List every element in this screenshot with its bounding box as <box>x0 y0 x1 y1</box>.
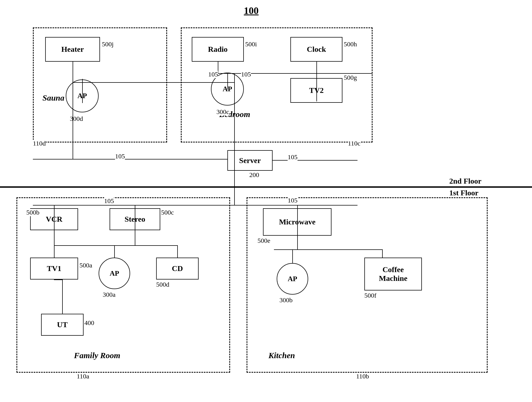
bedroom-id: 110c <box>348 140 361 147</box>
line-kitchen-right-h <box>297 249 382 250</box>
diagram-title: 100 <box>244 5 259 16</box>
label-105-left: 105 <box>115 153 125 160</box>
coffee-machine-box: Coffee Machine <box>364 258 422 290</box>
line-tv2-down <box>316 78 317 101</box>
floor-1st-label: 1st Floor <box>449 189 479 197</box>
coffee-machine-id: 500f <box>364 292 376 299</box>
label-105-1st-right: 105 <box>288 197 298 204</box>
line-micro-v <box>297 236 298 249</box>
clock-id: 500h <box>344 41 357 48</box>
line-2nd-floor-left <box>33 159 227 159</box>
radio-id: 500i <box>245 41 257 48</box>
vcr-id: 500b <box>26 209 39 216</box>
ut-id: 400 <box>84 319 94 327</box>
line-heater-v <box>73 62 73 82</box>
ap-300a-id: 300a <box>103 291 116 298</box>
ap-300d-id: 300d <box>70 115 83 122</box>
line-stereo-from-h <box>135 205 135 232</box>
line-clock-v <box>316 62 317 73</box>
microwave-id: 500e <box>258 237 270 244</box>
line-1st-floor-right-h <box>234 205 357 206</box>
tv1-id: 500a <box>79 262 92 269</box>
cd-box: CD <box>156 258 199 280</box>
line-vcr-down-from-h <box>54 205 55 232</box>
line-tv2-up <box>316 73 317 79</box>
line-ap300c-v <box>227 73 228 90</box>
ap-300a: AP <box>99 258 130 289</box>
line-ap300b-v <box>292 249 293 263</box>
line-family-top-h <box>54 245 135 246</box>
heater-box: Heater <box>45 37 100 62</box>
line-stereo-v <box>135 230 135 245</box>
line-micro-from-top <box>297 205 298 236</box>
family-room-label: Family Room <box>74 351 120 360</box>
server-id: 200 <box>249 171 259 179</box>
label-105-1st-left: 105 <box>104 197 114 205</box>
ap-300b-id: 300b <box>279 296 293 304</box>
ap-300c-id: 300c <box>216 108 229 116</box>
radio-box: Radio <box>192 37 244 62</box>
line-2nd-left-h <box>73 82 234 83</box>
stereo-id: 500c <box>161 209 174 216</box>
sauna-id: 110d <box>33 140 46 147</box>
line-ut-h <box>54 280 62 280</box>
cd-id: 500d <box>156 281 169 288</box>
line-family-top-h2 <box>135 245 177 246</box>
diagram: 100 Sauna 110d Bedroom 110c Heater 500j … <box>0 0 532 402</box>
line-server-thru-floor <box>234 150 235 205</box>
line-tv1-up <box>54 230 55 258</box>
sauna-label: Sauna <box>42 93 64 102</box>
line-ut-tv1-v <box>62 280 63 314</box>
clock-box: Clock <box>290 37 342 62</box>
label-105-top-left: 105 <box>208 71 218 78</box>
tv2-id: 500g <box>344 74 357 81</box>
line-cd-up <box>177 245 178 258</box>
line-ap300a-up <box>114 245 115 258</box>
label-105-top-right: 105 <box>241 71 251 78</box>
ap-300b: AP <box>277 263 308 295</box>
line-1st-floor-left-h <box>33 205 234 206</box>
floor-2nd-label: 2nd Floor <box>449 177 481 186</box>
label-105-right: 105 <box>288 153 298 161</box>
line-coffee-v <box>382 249 383 258</box>
line-server-right <box>273 160 357 161</box>
kitchen-label: Kitchen <box>268 351 295 360</box>
line-sauna-down <box>73 82 73 159</box>
tv1-box: TV1 <box>30 258 78 280</box>
kitchen-id: 110b <box>356 373 369 380</box>
line-center-v <box>234 73 235 150</box>
ut-box: UT <box>41 314 84 336</box>
floor-separator <box>0 186 532 188</box>
family-room-id: 110a <box>77 373 89 380</box>
heater-id: 500j <box>102 41 114 48</box>
